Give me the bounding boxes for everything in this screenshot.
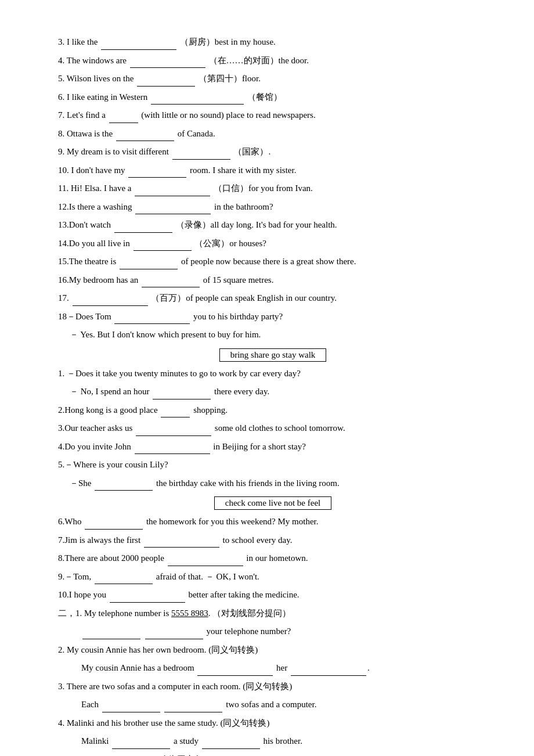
question-13: 13.Don't watch （录像）all day long. It's ba… [58, 218, 488, 233]
blank-s6 [85, 529, 143, 530]
blank-12 [135, 214, 211, 214]
blank-p2-1a [82, 639, 140, 639]
worksheet-content: 3. I like the （厨房）best in my house. 4. T… [58, 35, 488, 756]
section2-q1b: － No, I spend an hour there every day. [58, 384, 488, 399]
question-10: 10. I don't have my room. I share it wit… [58, 163, 488, 178]
part2-2b: My cousin Annie has a bedroom her . [58, 661, 488, 676]
question-18a: 18－Does Tom you to his birthday party? [58, 309, 488, 325]
question-18b: － Yes. But I don't know which present to… [58, 327, 488, 343]
blank-s5b [95, 490, 153, 491]
blank-p2-2b [291, 675, 366, 676]
question-11: 11. Hi! Elsa. I have a （口信）for you from … [58, 181, 488, 196]
section2-q2: 2.Hong kong is a good place shopping. [58, 403, 488, 418]
question-9: 9. My dream is to visit different （国家）. [58, 145, 488, 160]
blank-11 [135, 196, 210, 196]
blank-s2 [161, 417, 190, 417]
blank-13 [114, 232, 172, 233]
section2-q4: 4.Do you invite John in Beijing for a sh… [58, 440, 488, 455]
blank-s8 [168, 566, 243, 566]
blank-p2-2a [197, 675, 273, 676]
blank-6 [151, 104, 244, 105]
part2-4a: 4. Malinki and his brother use the same … [58, 716, 488, 731]
part2-4b: Malinki a study his brother. [58, 734, 488, 749]
question-8: 8. Ottawa is the of Canada. [58, 127, 488, 142]
blank-8 [116, 141, 174, 141]
blank-17 [73, 305, 148, 306]
blank-s10 [110, 602, 185, 603]
section2-q1a: 1. －Does it take you twenty minutes to g… [58, 366, 488, 381]
part2-header: 二，1. My telephone number is 5555 8983. （… [58, 606, 488, 621]
question-7: 7. Let's find a (with little or no sound… [58, 108, 488, 123]
blank-18 [114, 323, 190, 324]
blank-7 [109, 123, 138, 123]
part2-5a: 5. Sandy sits beside Wendy. (改为同义句) [58, 753, 488, 757]
blank-3 [101, 49, 176, 50]
blank-10 [128, 177, 186, 178]
section2-q7: 7.Jim is always the first to school ever… [58, 533, 488, 548]
blank-s4 [135, 453, 210, 454]
blank-p2-4b [202, 748, 260, 749]
blank-s9 [95, 584, 153, 584]
section2-q9: 9.－Tom, afraid of that. － OK, I won't. [58, 570, 488, 585]
section2-q5b: －She the birthday cake with his friends … [58, 476, 488, 491]
blank-p2-3a [102, 712, 160, 712]
part2-3b: Each two sofas and a computer. [58, 697, 488, 712]
blank-5 [137, 86, 195, 87]
question-17: 17. （百万）of people can speak English in o… [58, 291, 488, 306]
blank-p2-4a [112, 748, 170, 749]
question-4: 4. The windows are （在……的对面）the door. [58, 53, 488, 69]
blank-p2-3b [164, 712, 222, 712]
section2-q3: 3.Our teacher asks us some old clothes t… [58, 421, 488, 436]
part2-3a: 3. There are two sofas and a computer in… [58, 679, 488, 694]
blank-16 [142, 287, 200, 287]
blank-p2-1b [145, 639, 203, 639]
part2-2a: 2. My cousin Annie has her own bedroom. … [58, 643, 488, 658]
blank-s1b [153, 399, 211, 399]
question-3: 3. I like the （厨房）best in my house. [58, 35, 488, 50]
section2-q8: 8.There are about 2000 people in our hom… [58, 551, 488, 566]
part2-1b: your telephone number? [58, 624, 488, 639]
blank-14 [134, 250, 192, 251]
blank-9 [172, 159, 230, 160]
word-box-1: bring share go stay walk [58, 346, 488, 364]
blank-s3 [136, 435, 211, 436]
word-box-2: check come live not be feel [58, 494, 488, 512]
question-14: 14.Do you all live in （公寓）or houses? [58, 236, 488, 251]
question-12: 12.Is there a washing in the bathroom? [58, 200, 488, 215]
blank-4 [130, 67, 205, 68]
question-5: 5. Wilson lives on the （第四十）floor. [58, 71, 488, 87]
section2-q5a: 5.－Where is your cousin Lily? [58, 458, 488, 473]
question-15: 15.The theatre is of people now because … [58, 254, 488, 269]
blank-s7 [144, 547, 219, 548]
question-16: 16.My bedroom has an of 15 square metres… [58, 273, 488, 288]
blank-15 [120, 269, 178, 269]
section2-q10: 10.I hope you better after taking the me… [58, 588, 488, 603]
section2-q6: 6.Who the homework for you this weekend?… [58, 514, 488, 530]
question-6: 6. I like eating in Western （餐馆） [58, 90, 488, 105]
